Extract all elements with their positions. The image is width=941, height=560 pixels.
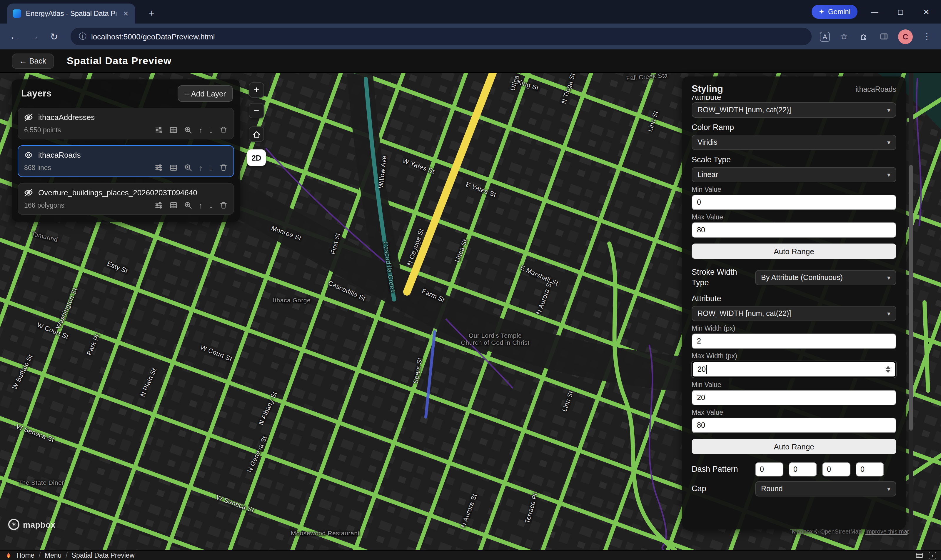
chevron-down-icon: ▾ bbox=[887, 485, 890, 493]
map-label: N Aurora St bbox=[535, 280, 554, 315]
map-label: N Albany St bbox=[257, 391, 278, 426]
layer-feature-count: 166 polygons bbox=[24, 202, 65, 209]
back-to-menu-button[interactable]: ← Back bbox=[12, 53, 54, 69]
move-down-icon[interactable]: ↓ bbox=[209, 202, 213, 209]
eye-off-icon[interactable] bbox=[24, 113, 33, 122]
attribute-table-icon[interactable] bbox=[169, 201, 178, 209]
zoom-to-layer-icon[interactable] bbox=[184, 126, 192, 134]
breadcrumb-home[interactable]: Home bbox=[17, 552, 34, 559]
side-panel-icon[interactable] bbox=[878, 31, 890, 42]
tab-title: EnergyAtlas - Spatial Data Pr bbox=[26, 9, 117, 18]
clipped-attribute-label: Attribute bbox=[692, 96, 896, 102]
layer-item-ithaca-roads[interactable]: ithacaRoads 868 lines ↑ ↓ bbox=[18, 145, 234, 177]
gemini-label: Gemini bbox=[828, 8, 850, 16]
styling-layer-name: ithacaRoads bbox=[855, 85, 896, 94]
home-extent-button[interactable] bbox=[249, 126, 264, 142]
back-button[interactable]: ← bbox=[6, 28, 22, 45]
browser-menu-icon[interactable]: ⋮ bbox=[921, 31, 933, 42]
text-caret bbox=[706, 365, 707, 374]
bookmark-star-icon[interactable]: ☆ bbox=[838, 31, 850, 42]
color-ramp-select[interactable]: Viridis ▾ bbox=[692, 135, 896, 150]
number-spinner[interactable] bbox=[886, 366, 890, 373]
color-max-value-input[interactable]: 80 bbox=[692, 222, 896, 238]
map-label: King St bbox=[517, 78, 540, 91]
adjust-sliders-icon[interactable] bbox=[155, 163, 163, 172]
stroke-max-value-input[interactable]: 80 bbox=[692, 418, 896, 433]
dash-input-2[interactable]: 0 bbox=[789, 463, 817, 477]
delete-layer-icon[interactable] bbox=[219, 201, 228, 209]
scrollbar-thumb[interactable] bbox=[909, 165, 913, 431]
min-width-input[interactable]: 2 bbox=[692, 334, 896, 349]
move-up-icon[interactable]: ↑ bbox=[199, 202, 203, 209]
attribute-table-icon[interactable] bbox=[169, 163, 178, 172]
color-min-value-input[interactable]: 0 bbox=[692, 195, 896, 210]
eye-off-icon[interactable] bbox=[24, 188, 33, 197]
color-auto-range-button[interactable]: Auto Range bbox=[692, 243, 896, 259]
gemini-button[interactable]: ✦ Gemini bbox=[812, 5, 858, 19]
window-maximize-button[interactable]: □ bbox=[892, 3, 909, 21]
styling-panel: Styling ithacaRoads Attribute ROW_WIDTH … bbox=[682, 77, 906, 529]
panel-scrollbar[interactable] bbox=[909, 73, 913, 550]
site-info-icon[interactable]: ⓘ bbox=[79, 31, 86, 42]
delete-layer-icon[interactable] bbox=[219, 126, 228, 134]
move-down-icon[interactable]: ↓ bbox=[209, 126, 213, 134]
mapbox-logo-icon: ✶ bbox=[8, 519, 19, 530]
mapbox-logo[interactable]: ✶ mapbox bbox=[8, 519, 55, 530]
adjust-sliders-icon[interactable] bbox=[155, 201, 163, 209]
browser-tab[interactable]: EnergyAtlas - Spatial Data Pr ✕ bbox=[7, 3, 135, 23]
color-attribute-select[interactable]: ROW_WIDTH [num, cat(22)] ▾ bbox=[692, 102, 896, 118]
zoom-to-layer-icon[interactable] bbox=[184, 201, 192, 209]
window-minimize-button[interactable]: — bbox=[866, 3, 883, 21]
eye-icon[interactable] bbox=[24, 151, 33, 159]
stroke-min-value-label: Min Value bbox=[692, 382, 896, 389]
new-tab-button[interactable]: + bbox=[145, 6, 159, 21]
browser-titlebar: EnergyAtlas - Spatial Data Pr ✕ + ✦ Gemi… bbox=[0, 0, 941, 23]
map-label: W Yates St bbox=[402, 157, 435, 175]
scale-type-select[interactable]: Linear ▾ bbox=[692, 167, 896, 182]
stroke-attribute-select[interactable]: ROW_WIDTH [num, cat(22)] ▾ bbox=[692, 306, 896, 322]
dash-input-4[interactable]: 0 bbox=[856, 463, 884, 477]
stroke-auto-range-button[interactable]: Auto Range bbox=[692, 439, 896, 454]
move-down-icon[interactable]: ↓ bbox=[209, 164, 213, 171]
extensions-icon[interactable] bbox=[858, 31, 870, 42]
profile-avatar[interactable]: C bbox=[898, 29, 913, 44]
forward-button[interactable]: → bbox=[26, 28, 42, 45]
map-label: W Seneca St bbox=[15, 423, 55, 443]
zoom-out-button[interactable]: − bbox=[249, 103, 264, 118]
layer-item-overture-buildings[interactable]: Overture_buildings_places_20260203T09464… bbox=[18, 183, 234, 215]
address-bar[interactable]: ⓘ localhost:5000/geoDataPreview.html bbox=[71, 28, 812, 45]
dash-pattern-label: Dash Pattern bbox=[692, 465, 753, 475]
move-up-icon[interactable]: ↑ bbox=[199, 164, 203, 171]
map-2d-toggle[interactable]: 2D bbox=[247, 149, 266, 166]
color-max-value-label: Max Value bbox=[692, 214, 896, 221]
chevron-down-icon: ▾ bbox=[887, 310, 890, 318]
cap-select[interactable]: Round ▾ bbox=[755, 482, 896, 497]
stroke-max-value-label: Max Value bbox=[692, 409, 896, 416]
map-label: N Cayuga St bbox=[406, 228, 424, 266]
min-width-label: Min Width (px) bbox=[692, 325, 896, 332]
map-label: N Aurora St bbox=[459, 493, 478, 528]
zoom-to-layer-icon[interactable] bbox=[184, 163, 192, 172]
attribute-table-icon[interactable] bbox=[169, 126, 178, 134]
stroke-min-value-input[interactable]: 20 bbox=[692, 390, 896, 406]
delete-layer-icon[interactable] bbox=[219, 163, 228, 172]
app-logo-flame-icon bbox=[5, 551, 12, 559]
max-width-input[interactable]: 20 bbox=[692, 362, 896, 378]
console-icon[interactable] bbox=[915, 551, 923, 559]
zoom-in-button[interactable]: + bbox=[249, 82, 264, 98]
window-close-button[interactable]: ✕ bbox=[918, 3, 935, 21]
adjust-sliders-icon[interactable] bbox=[155, 126, 163, 134]
translate-icon[interactable]: A bbox=[820, 31, 830, 42]
reload-button[interactable]: ↻ bbox=[46, 28, 62, 45]
map-label: N Plain St bbox=[139, 367, 158, 398]
stroke-width-type-select[interactable]: By Attribute (Continuous) ▾ bbox=[755, 270, 896, 285]
breadcrumb-menu[interactable]: Menu bbox=[45, 552, 62, 559]
chevron-down-icon: ▾ bbox=[887, 106, 890, 114]
tab-close-icon[interactable]: ✕ bbox=[121, 9, 131, 18]
expand-panel-icon[interactable]: › bbox=[929, 551, 936, 559]
layer-item-ithaca-addresses[interactable]: ithacaAddresses 6,550 points ↑ ↓ bbox=[18, 108, 234, 139]
move-up-icon[interactable]: ↑ bbox=[199, 126, 203, 134]
dash-input-3[interactable]: 0 bbox=[822, 463, 850, 477]
dash-input-1[interactable]: 0 bbox=[755, 463, 783, 477]
add-layer-button[interactable]: + Add Layer bbox=[178, 85, 233, 102]
